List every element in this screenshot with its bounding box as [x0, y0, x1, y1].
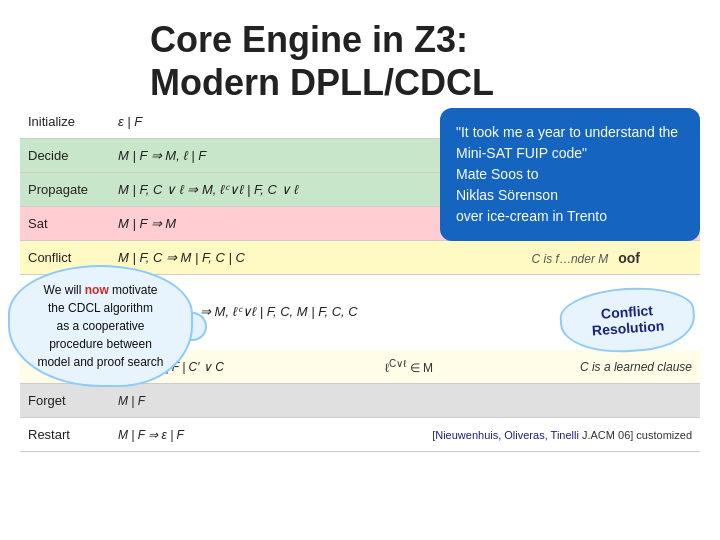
row-label-restart: Restart — [28, 427, 118, 442]
title-line1: Core Engine in Z3: — [150, 19, 468, 60]
title: Core Engine in Z3: Modern DPLL/CDCL — [0, 0, 720, 114]
row-extra-conflict: C is f…nder M oof — [532, 250, 640, 266]
row-label-conflict: Conflict — [28, 250, 118, 265]
citation-authors: Nieuwenhuis, Oliveras, Tinelli — [435, 429, 579, 441]
callout-conflict-resolution: Conflict Resolution — [558, 283, 697, 356]
callout-cloud-motivate: We will now motivatethe CDCL algorithmas… — [8, 265, 193, 387]
table-row: Restart M | F ⇒ ε | F [Nieuwenhuis, Oliv… — [20, 418, 700, 452]
row-formula-forget: M | F — [118, 394, 692, 408]
learned-clause: C is a learned clause — [433, 360, 692, 374]
citation-venue: J.ACM 06 — [582, 429, 630, 441]
row-label-forget: Forget — [28, 393, 118, 408]
citation: [Nieuwenhuis, Oliveras, Tinelli J.ACM 06… — [432, 429, 692, 441]
callout-blue: "It took me a year to understand the Min… — [440, 108, 700, 241]
callout-blue-text: "It took me a year to understand the Min… — [456, 124, 678, 224]
row-label-sat: Sat — [28, 216, 118, 231]
row-label-decide: Decide — [28, 148, 118, 163]
row-extra-resolve: ℓC∨ℓ ∈ M — [385, 358, 433, 375]
table-row: Forget M | F — [20, 384, 700, 418]
highlight-now: now — [85, 283, 109, 297]
middle-formula: ⇒ M, ℓᶜ∨ℓ | F, C, M | F, C, C — [200, 304, 358, 319]
row-label-initialize: Initialize — [28, 114, 118, 129]
row-formula-restart: M | F ⇒ ε | F — [118, 428, 432, 442]
row-label-propagate: Propagate — [28, 182, 118, 197]
title-line2: Modern DPLL/CDCL — [150, 62, 494, 103]
